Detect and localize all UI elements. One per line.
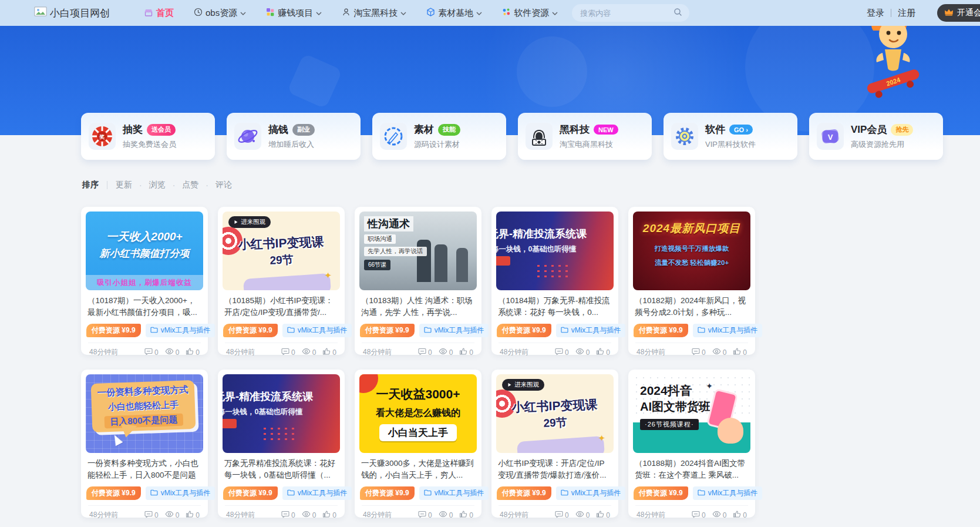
price-tag[interactable]: 付费资源 ¥9.9 [86,324,141,337]
feature-card-1[interactable]: 奖 抽奖 送会员 抽奖免费送会员 [81,113,215,160]
feature-card-2[interactable]: 搞钱 副业 增加睡后收入 [227,113,361,160]
content-card-4[interactable]: 无界-精准投流系统课每一块钱，0基础也听得懂 （10184期）万象无界-精准投流… [491,207,618,355]
sort-option-3[interactable]: 点赞 [166,180,199,190]
card-thumbnail[interactable]: 一份资料多种变现方式小白也能轻松上手日入800不是问题 [86,374,203,453]
price-tag[interactable]: 付费资源 ¥9.9 [86,486,141,500]
thumb-text: 小白当天上手 [379,424,457,441]
sort-option-2[interactable]: 浏览 [132,180,166,190]
category-tag[interactable]: vMix工具与插件 [693,324,763,337]
card-title[interactable]: （10185期）小红书IP变现课：开店/定位/IP变现/直播带货/... [224,295,338,318]
nav-item-1[interactable]: obs资源 [194,8,246,19]
card-thumbnail[interactable]: 进来围观小红书IP变现课29节✦ [223,212,340,290]
site-logo[interactable]: 小白项目网创 [34,6,110,20]
price-tag[interactable]: 付费资源 ¥9.9 [360,324,415,337]
comments-stat: 0 [555,510,569,520]
card-thumbnail[interactable]: 无界-精准投流系统课每一块钱，0基础也听得懂 [496,212,614,290]
card-title[interactable]: 一份资料多种变现方式，小白也能轻松上手，日入800不是问题 [87,458,201,481]
sort-option-4[interactable]: 评论 [198,180,232,190]
views-stat: 0 [575,347,590,357]
thumb-text: 2024最新风口项目 [643,221,740,236]
content-card-3[interactable]: 性沟通术职场沟通先学人性，再学说话66节课 （10183期）人性 沟通术：职场沟… [355,207,481,355]
card-thumbnail[interactable]: 一天收入2000+新小红书颜值打分项吸引小姐姐，刷爆后端收益 [86,212,203,290]
content-card-1[interactable]: 一天收入2000+新小红书颜值打分项吸引小姐姐，刷爆后端收益 （10187期）一… [81,207,208,355]
search-box[interactable] [572,4,689,22]
content-card-10[interactable]: 2024抖音AI图文带货班·26节视频课程·✦ （10188期）2024抖音AI… [628,370,755,518]
price-tag[interactable]: 付费资源 ¥9.9 [634,486,688,500]
nav-item-4[interactable]: 素材基地 [426,8,482,19]
eye-icon [439,347,447,357]
category-tag[interactable]: vMix工具与插件 [419,486,489,500]
thumb-badge: 进来围观 [228,216,271,228]
content-card-9[interactable]: 进来围观小红书IP变现课29节✦ 小红书IP变现课：开店/定位/IP变现/直播带… [491,370,618,518]
thumbs-up-icon [459,347,467,357]
card-thumbnail[interactable]: 2024最新风口项目打造视频号千万播放爆款流量不发愁 轻松躺赚20+ [633,212,750,290]
price-tag[interactable]: 付费资源 ¥9.9 [497,486,551,500]
price-tag[interactable]: 付费资源 ¥9.9 [223,486,278,500]
category-tag[interactable]: vMix工具与插件 [282,486,352,500]
nav-item-2[interactable]: 赚钱项目 [266,8,322,19]
thumb-text: 日入800不是问题 [105,414,183,429]
category-tag[interactable]: vMix工具与插件 [146,324,215,337]
login-link[interactable]: 登录 [867,8,884,19]
comments-stat: 0 [692,347,706,357]
feature-card-5[interactable]: 软件 GO › VIP黑科技软件 [664,113,797,160]
category-tag[interactable]: vMix工具与插件 [419,324,489,337]
card-title[interactable]: （10188期）2024抖音AI图文带货班：在这个赛道上 乘风破... [635,458,749,481]
content-card-5[interactable]: 2024最新风口项目打造视频号千万播放爆款流量不发愁 轻松躺赚20+ （1018… [628,207,755,355]
main-nav: 首页 obs资源 赚钱项目 淘宝黑科技 素材基地 软件资源 [144,8,558,19]
card-thumbnail[interactable]: 2024抖音AI图文带货班·26节视频课程·✦ [633,374,750,453]
card-thumbnail[interactable]: 进来围观小红书IP变现课29节✦ [496,374,614,453]
price-tag[interactable]: 付费资源 ¥9.9 [497,324,551,337]
content-card-6[interactable]: 一份资料多种变现方式小白也能轻松上手日入800不是问题 一份资料多种变现方式，小… [81,370,208,518]
nav-item-3[interactable]: 淘宝黑科技 [342,8,406,19]
sort-divider [107,181,107,189]
folder-icon [561,489,568,498]
search-icon[interactable] [673,8,682,19]
card-thumbnail[interactable]: 无界-精准投流系统课每一块钱，0基础也听得懂 [223,374,340,453]
category-tag[interactable]: vMix工具与插件 [693,486,763,500]
price-tag[interactable]: 付费资源 ¥9.9 [360,486,415,500]
person-silhouette [435,244,447,282]
chevron-down-icon [552,12,558,15]
feature-card-3[interactable]: 素材 技能 源码设计素材 [372,113,506,160]
feature-card-4[interactable]: 黑科技 NEW 淘宝电商黑科技 [518,113,652,160]
card-thumbnail[interactable]: 性沟通术职场沟通先学人性，再学说话66节课 [359,212,477,290]
vip-card-icon: V [817,123,844,150]
thumb-text: 新小红书颜值打分项 [100,247,190,260]
open-vip-button[interactable]: 开通会员 [937,4,980,22]
content-card-7[interactable]: 无界-精准投流系统课每一块钱，0基础也听得懂 万象无界精准投流系统课：花好每一块… [218,370,345,518]
sparkle-icon: ✦ [706,381,713,391]
category-tag[interactable]: vMix工具与插件 [556,324,626,337]
nav-item-5[interactable]: 软件资源 [502,8,558,19]
sparkle-icon: ✦ [598,433,605,444]
category-tag[interactable]: vMix工具与插件 [556,486,626,500]
svg-text:奖: 奖 [99,134,105,140]
comment-icon [144,347,153,357]
category-tag[interactable]: vMix工具与插件 [146,486,215,500]
card-thumbnail[interactable]: 一天收益3000+看大佬是怎么赚钱的小白当天上手 [359,374,477,453]
content-card-2[interactable]: 进来围观小红书IP变现课29节✦ （10185期）小红书IP变现课：开店/定位/… [218,207,345,355]
card-title[interactable]: 一天赚3000多，大佬是这样赚到钱的，小白当天上手，穷人... [361,458,475,481]
card-title[interactable]: （10182期）2024年新风口，视频号分成2.0计划，多种玩... [635,295,749,318]
sort-option-1[interactable]: 更新 [116,180,132,190]
price-tag[interactable]: 付费资源 ¥9.9 [223,324,278,337]
search-input[interactable] [579,8,673,18]
red-accent-decoration [496,256,510,266]
card-title[interactable]: 小红书IP变现课：开店/定位/IP变现/直播带货/爆款打造/涨价... [498,458,612,481]
feature-description: 增加睡后收入 [268,139,315,150]
feature-card-6[interactable]: V VIP会员 抢先 高级资源抢先用 [809,113,943,160]
card-title[interactable]: 万象无界精准投流系统课：花好每一块钱，0基础也听得懂（... [224,458,338,481]
card-title[interactable]: （10184期）万象无界-精准投流系统课：花好 每一块钱，0... [498,295,612,318]
content-card-8[interactable]: 一天收益3000+看大佬是怎么赚钱的小白当天上手 一天赚3000多，大佬是这样赚… [355,370,481,518]
card-title[interactable]: （10187期）一天收入2000+，最新小红书颜值打分项目，吸... [87,295,201,318]
nav-item-home[interactable]: 首页 [144,8,174,19]
comment-icon [418,510,426,520]
price-tag[interactable]: 付费资源 ¥9.9 [634,324,688,337]
hand-illustration [718,418,743,444]
category-tag[interactable]: vMix工具与插件 [282,324,352,337]
comment-icon [281,510,289,520]
register-link[interactable]: 注册 [898,8,915,19]
card-title[interactable]: （10183期）人性 沟通术：职场沟通，先学 人性，再学说... [361,295,475,318]
auth-divider [891,9,891,17]
comments-stat: 0 [418,510,432,520]
